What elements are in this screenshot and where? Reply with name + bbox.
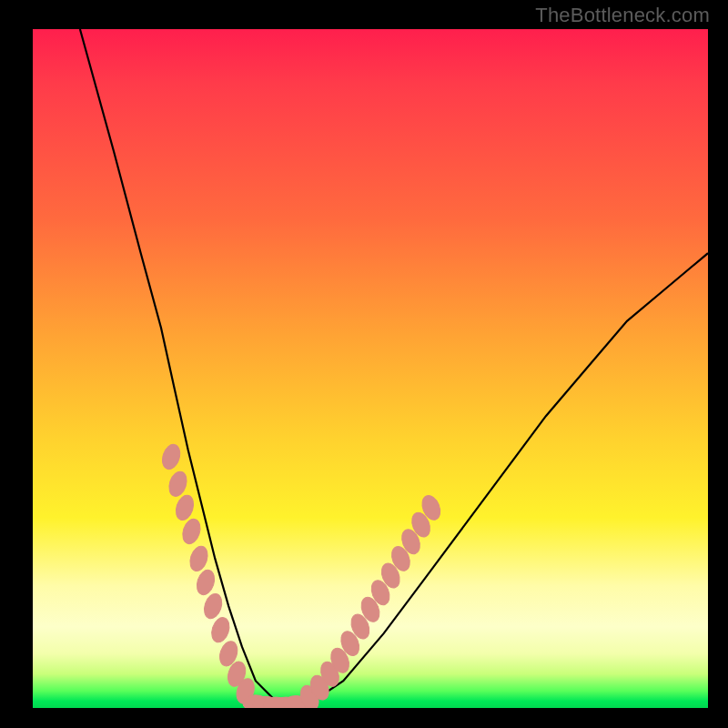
- bead-marker: [187, 544, 211, 573]
- plot-area: [33, 29, 708, 708]
- curve-overlay: [33, 29, 708, 708]
- bead-markers: [159, 442, 443, 708]
- bottleneck-curve: [80, 29, 708, 708]
- bead-marker: [173, 493, 197, 522]
- bead-marker: [194, 568, 217, 597]
- bead-marker: [208, 615, 232, 644]
- bead-marker: [180, 517, 204, 546]
- bead-marker: [167, 470, 190, 499]
- bead-marker: [159, 442, 183, 471]
- watermark-text: TheBottleneck.com: [535, 4, 710, 27]
- chart-frame: TheBottleneck.com: [0, 0, 728, 728]
- bead-marker: [201, 592, 225, 621]
